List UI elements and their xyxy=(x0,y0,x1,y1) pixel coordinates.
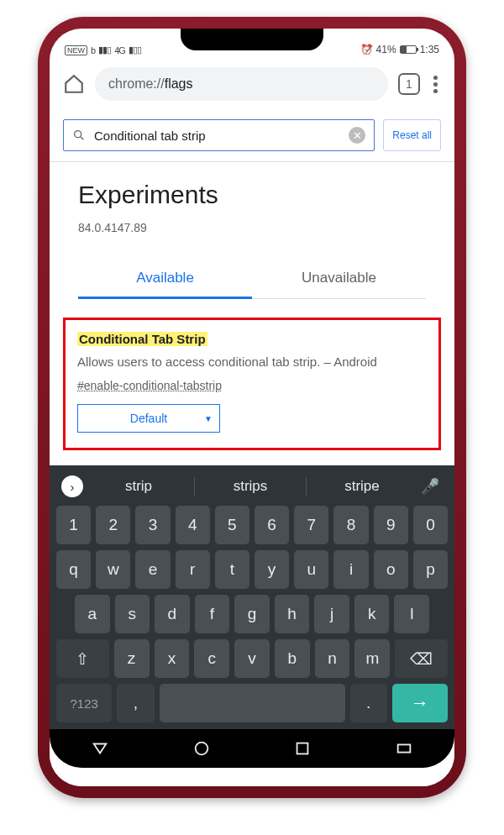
key-b[interactable]: b xyxy=(275,639,310,678)
url-prefix: chrome:// xyxy=(108,76,165,92)
overflow-menu-icon[interactable] xyxy=(430,76,441,93)
key-e[interactable]: e xyxy=(135,550,170,589)
mic-icon[interactable]: 🎤 xyxy=(417,477,443,496)
key-5[interactable]: 5 xyxy=(215,506,249,544)
key-space[interactable] xyxy=(160,684,345,722)
key-m[interactable]: m xyxy=(354,639,390,678)
svg-point-0 xyxy=(75,131,81,138)
key-backspace[interactable]: ⌫ xyxy=(395,639,448,678)
url-path: flags xyxy=(165,76,193,92)
key-x[interactable]: x xyxy=(155,639,190,678)
key-i[interactable]: i xyxy=(333,550,368,589)
soft-keyboard: › strip strips stripe 🎤 1 2 3 4 5 6 xyxy=(50,465,454,729)
key-comma[interactable]: , xyxy=(117,684,154,722)
nav-keyboard-icon[interactable] xyxy=(395,739,413,758)
key-3[interactable]: 3 xyxy=(135,506,170,544)
key-8[interactable]: 8 xyxy=(333,506,368,544)
key-a[interactable]: a xyxy=(75,595,110,633)
flag-result-card: Conditional Tab Strip Allows users to ac… xyxy=(63,318,441,450)
android-navbar xyxy=(50,729,454,768)
key-q[interactable]: q xyxy=(56,550,91,589)
key-y[interactable]: y xyxy=(255,550,289,589)
key-7[interactable]: 7 xyxy=(294,506,328,544)
key-shift[interactable]: ⇧ xyxy=(56,639,109,678)
tab-available[interactable]: Available xyxy=(78,260,252,299)
signal-icon-2: ▮▯▯ xyxy=(129,45,141,55)
expand-suggestions-icon[interactable]: › xyxy=(61,475,83,497)
svg-line-1 xyxy=(81,137,83,139)
key-t[interactable]: t xyxy=(215,550,249,589)
key-n[interactable]: n xyxy=(315,639,350,678)
flags-search-input[interactable] xyxy=(92,128,342,144)
home-icon[interactable] xyxy=(63,73,85,95)
key-d[interactable]: d xyxy=(155,595,190,633)
flag-state-select[interactable]: Default xyxy=(77,404,220,433)
key-l[interactable]: l xyxy=(394,595,429,633)
key-r[interactable]: r xyxy=(176,550,210,589)
browser-toolbar: chrome://flags 1 xyxy=(50,57,454,108)
key-4[interactable]: 4 xyxy=(176,506,210,544)
experiment-tabs: Available Unavailable xyxy=(78,260,426,299)
flag-id: #enable-conditional-tabstrip xyxy=(77,379,427,392)
tab-switcher[interactable]: 1 xyxy=(398,73,420,95)
key-enter[interactable]: → xyxy=(392,684,448,722)
key-j[interactable]: j xyxy=(314,595,349,633)
kb-row-qwerty1: q w e r t y u i o p xyxy=(55,550,449,589)
key-k[interactable]: k xyxy=(354,595,390,633)
network-type: 4G xyxy=(114,45,125,55)
kb-row-qwerty3: ⇧ z x c v b n m ⌫ xyxy=(55,639,449,678)
battery-icon xyxy=(400,45,417,54)
nav-back-icon[interactable] xyxy=(91,739,109,758)
flag-title: Conditional Tab Strip xyxy=(77,332,207,346)
flags-search-box[interactable]: ✕ xyxy=(63,119,375,151)
tab-unavailable[interactable]: Unavailable xyxy=(252,260,426,298)
key-c[interactable]: c xyxy=(194,639,229,678)
key-z[interactable]: z xyxy=(114,639,150,678)
key-v[interactable]: v xyxy=(234,639,270,678)
nav-home-icon[interactable] xyxy=(192,739,211,758)
suggestion-1[interactable]: strip xyxy=(87,478,191,495)
svg-point-2 xyxy=(195,743,207,755)
suggestion-3[interactable]: stripe xyxy=(310,478,414,495)
key-s[interactable]: s xyxy=(115,595,150,633)
svg-rect-3 xyxy=(297,743,308,754)
kb-row-bottom: ?123 , . → xyxy=(55,684,449,722)
page-title: Experiments xyxy=(78,181,426,209)
address-bar[interactable]: chrome://flags xyxy=(95,67,388,101)
key-w[interactable]: w xyxy=(96,550,130,589)
key-f[interactable]: f xyxy=(195,595,230,633)
kb-row-qwerty2: a s d f g h j k l xyxy=(55,595,449,633)
key-1[interactable]: 1 xyxy=(56,506,91,544)
key-p[interactable]: p xyxy=(413,550,448,589)
key-u[interactable]: u xyxy=(294,550,328,589)
alarm-off-icon: ⏰̸ xyxy=(360,44,373,55)
clear-search-icon[interactable]: ✕ xyxy=(349,127,365,144)
suggestion-2[interactable]: strips xyxy=(198,478,302,495)
key-symbols[interactable]: ?123 xyxy=(56,684,112,722)
reset-all-button[interactable]: Reset all xyxy=(383,119,441,151)
key-9[interactable]: 9 xyxy=(374,506,408,544)
key-g[interactable]: g xyxy=(234,595,270,633)
data-indicator: b xyxy=(91,45,95,55)
clock: 1:35 xyxy=(420,44,439,55)
carrier-badge: NEW xyxy=(65,45,87,55)
key-2[interactable]: 2 xyxy=(96,506,130,544)
key-o[interactable]: o xyxy=(374,550,408,589)
search-icon xyxy=(72,129,86,142)
battery-percentage: 41% xyxy=(376,44,396,55)
key-6[interactable]: 6 xyxy=(255,506,289,544)
signal-icon: ▮▮▯ xyxy=(98,45,111,55)
svg-rect-4 xyxy=(397,745,410,753)
chrome-version: 84.0.4147.89 xyxy=(78,221,426,234)
key-period[interactable]: . xyxy=(350,684,387,722)
kb-row-numbers: 1 2 3 4 5 6 7 8 9 0 xyxy=(55,506,449,544)
key-0[interactable]: 0 xyxy=(413,506,448,544)
flag-description: Allows users to access conditional tab s… xyxy=(77,354,427,370)
key-h[interactable]: h xyxy=(275,595,310,633)
nav-recents-icon[interactable] xyxy=(293,739,312,758)
